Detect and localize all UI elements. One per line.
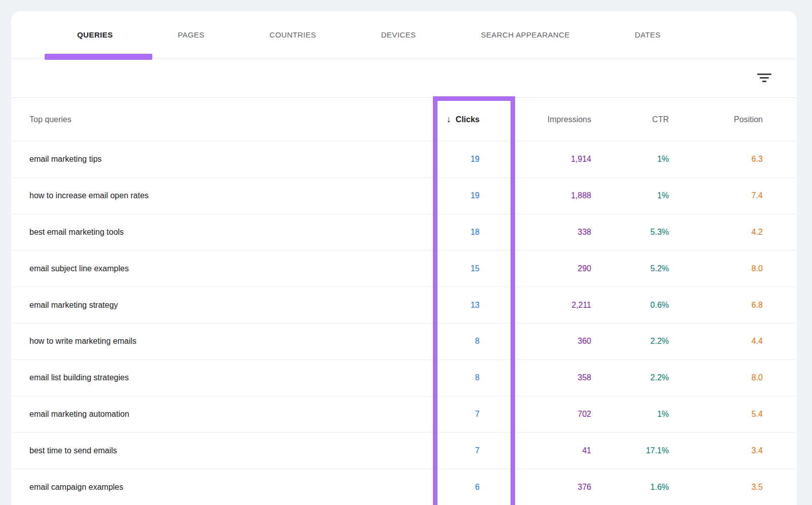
ctr-cell: 17.1%: [599, 446, 676, 455]
position-cell: 7.4: [676, 191, 797, 200]
ctr-cell: 5.2%: [599, 264, 676, 273]
impressions-cell: 702: [515, 410, 599, 419]
position-cell: 3.5: [676, 483, 797, 492]
impressions-cell: 41: [515, 446, 599, 455]
filter-icon: [757, 74, 771, 82]
table-row[interactable]: best time to send emails 7 41 17.1% 3.4: [11, 432, 797, 468]
ctr-cell: 2.2%: [599, 337, 676, 346]
position-cell: 8.0: [676, 264, 797, 273]
position-cell: 5.4: [676, 410, 797, 419]
clicks-cell: 8: [433, 373, 515, 382]
ctr-cell: 5.3%: [599, 228, 676, 237]
filter-button[interactable]: [754, 68, 774, 88]
table-row[interactable]: email campaign examples 6 376 1.6% 3.5: [11, 468, 797, 505]
table-header-row: Top queries ↓ Clicks Impressions CTR Pos…: [11, 98, 797, 141]
ctr-cell: 2.2%: [599, 373, 676, 382]
impressions-cell: 360: [515, 337, 599, 346]
tab-dates[interactable]: DATES: [602, 11, 693, 58]
position-cell: 6.3: [676, 155, 797, 164]
query-cell: email subject line examples: [11, 264, 433, 273]
position-cell: 4.4: [676, 337, 797, 346]
impressions-cell: 1,914: [515, 155, 599, 164]
impressions-cell: 2,211: [515, 301, 599, 310]
query-cell: best time to send emails: [11, 446, 433, 455]
query-cell: email list building strategies: [11, 373, 433, 382]
query-cell: email marketing strategy: [11, 301, 433, 310]
report-tab-bar: QUERIES PAGES COUNTRIES DEVICES SEARCH A…: [11, 11, 797, 58]
query-cell: email campaign examples: [11, 483, 433, 492]
impressions-cell: 290: [515, 264, 599, 273]
active-tab-indicator: [45, 54, 152, 60]
sort-descending-icon: ↓: [447, 114, 451, 125]
ctr-cell: 1%: [599, 410, 676, 419]
query-cell: how to write marketing emails: [11, 337, 433, 346]
tab-search-appearance[interactable]: SEARCH APPEARANCE: [449, 11, 602, 58]
table-row[interactable]: email subject line examples 15 290 5.2% …: [11, 250, 797, 286]
clicks-cell: 8: [433, 337, 515, 346]
query-cell: how to increase email open rates: [11, 191, 433, 200]
query-cell: email marketing automation: [11, 410, 433, 419]
ctr-cell: 0.6%: [599, 301, 676, 310]
column-header-clicks-label: Clicks: [456, 115, 480, 124]
table-row[interactable]: email marketing automation 7 702 1% 5.4: [11, 396, 797, 432]
impressions-cell: 358: [515, 373, 599, 382]
table-row[interactable]: email marketing tips 19 1,914 1% 6.3: [11, 141, 797, 177]
column-header-top-queries[interactable]: Top queries: [11, 115, 433, 124]
query-cell: email marketing tips: [11, 155, 433, 164]
tab-devices[interactable]: DEVICES: [349, 11, 449, 58]
impressions-cell: 338: [515, 228, 599, 237]
table-row[interactable]: how to write marketing emails 8 360 2.2%…: [11, 323, 797, 359]
clicks-cell: 19: [433, 191, 515, 200]
query-cell: best email marketing tools: [11, 228, 433, 237]
clicks-cell: 7: [433, 410, 515, 419]
column-header-position[interactable]: Position: [676, 115, 797, 124]
table-toolbar: [11, 58, 797, 98]
position-cell: 3.4: [676, 446, 797, 455]
clicks-cell: 13: [433, 301, 515, 310]
table-row[interactable]: email list building strategies 8 358 2.2…: [11, 359, 797, 396]
impressions-cell: 1,888: [515, 191, 599, 200]
ctr-cell: 1%: [599, 191, 676, 200]
performance-report-card: QUERIES PAGES COUNTRIES DEVICES SEARCH A…: [11, 11, 797, 505]
impressions-cell: 376: [515, 483, 599, 492]
column-header-ctr[interactable]: CTR: [599, 115, 676, 124]
tab-queries[interactable]: QUERIES: [45, 11, 145, 58]
clicks-cell: 6: [433, 483, 515, 492]
table-row[interactable]: how to increase email open rates 19 1,88…: [11, 177, 797, 214]
clicks-cell: 19: [433, 155, 515, 164]
tab-pages[interactable]: PAGES: [145, 11, 237, 58]
table-row[interactable]: email marketing strategy 13 2,211 0.6% 6…: [11, 286, 797, 323]
clicks-cell: 7: [433, 446, 515, 455]
ctr-cell: 1%: [599, 155, 676, 164]
table-row[interactable]: best email marketing tools 18 338 5.3% 4…: [11, 214, 797, 250]
column-header-clicks[interactable]: ↓ Clicks: [433, 114, 515, 125]
clicks-cell: 18: [433, 228, 515, 237]
ctr-cell: 1.6%: [599, 483, 676, 492]
clicks-cell: 15: [433, 264, 515, 273]
position-cell: 8.0: [676, 373, 797, 382]
tab-countries[interactable]: COUNTRIES: [237, 11, 349, 58]
column-header-impressions[interactable]: Impressions: [515, 115, 599, 124]
position-cell: 4.2: [676, 228, 797, 237]
position-cell: 6.8: [676, 301, 797, 310]
